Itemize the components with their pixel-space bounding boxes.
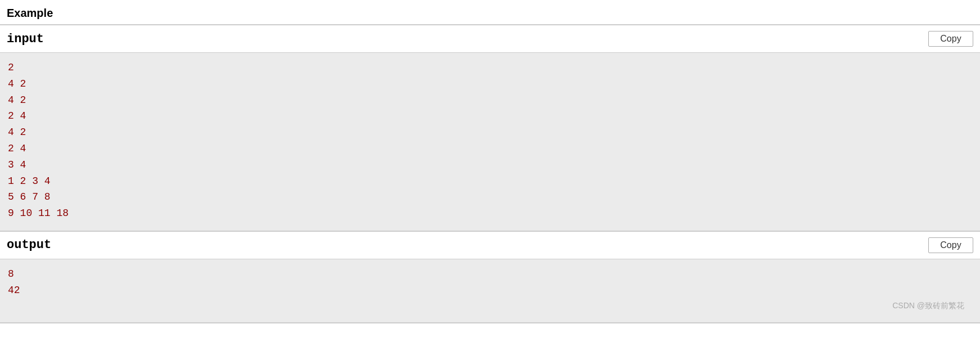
input-section-header: input Copy	[0, 25, 980, 53]
input-line-8: 1 2 3 4	[8, 173, 972, 190]
output-content: 8 42 CSDN @致砖前繁花	[0, 259, 980, 322]
input-line-2: 4 2	[8, 76, 972, 92]
output-label: output	[7, 238, 51, 252]
input-line-3: 4 2	[8, 92, 972, 109]
output-section-header: output Copy	[0, 232, 980, 259]
input-content: 2 4 2 4 2 2 4 4 2 2 4 3 4 1 2 3 4 5 6 7 …	[0, 53, 980, 231]
input-line-10: 9 10 11 18	[8, 205, 972, 222]
watermark: CSDN @致砖前繁花	[8, 299, 972, 313]
input-section: input Copy 2 4 2 4 2 2 4 4 2 2 4 3 4 1 2…	[0, 25, 980, 232]
page-container: Example input Copy 2 4 2 4 2 2 4 4 2 2 4…	[0, 0, 980, 360]
output-section: output Copy 8 42 CSDN @致砖前繁花	[0, 232, 980, 323]
input-line-7: 3 4	[8, 157, 972, 173]
input-line-5: 4 2	[8, 124, 972, 141]
example-title: Example	[0, 4, 980, 25]
output-copy-button[interactable]: Copy	[928, 237, 973, 253]
input-copy-button[interactable]: Copy	[928, 31, 973, 47]
input-line-6: 2 4	[8, 141, 972, 157]
output-line-1: 8	[8, 266, 972, 282]
input-line-9: 5 6 7 8	[8, 189, 972, 205]
input-line-1: 2	[8, 60, 972, 76]
input-label: input	[7, 32, 44, 46]
input-line-4: 2 4	[8, 108, 972, 124]
output-line-2: 42	[8, 282, 972, 299]
